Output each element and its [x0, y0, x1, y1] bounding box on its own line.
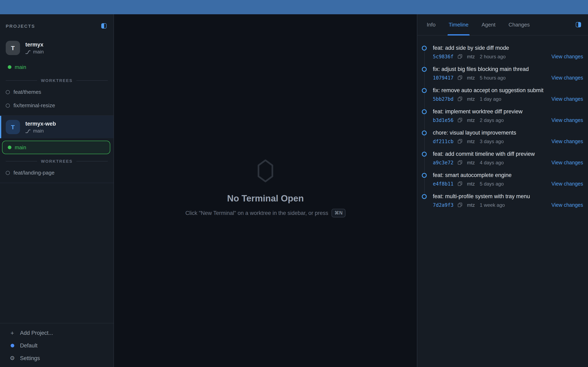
project-list: T termyx main main WORKTREES feat/themes: [0, 33, 113, 183]
commit-entry: fix: adjust big files blocking main thre…: [422, 65, 583, 81]
commit-author: mtz: [467, 138, 475, 144]
view-changes-link[interactable]: View changes: [552, 181, 583, 187]
commit-hash[interactable]: 5bb27bd: [433, 96, 453, 102]
tab-timeline[interactable]: Timeline: [449, 14, 468, 35]
commit-time: 1 week ago: [480, 202, 505, 208]
copy-hash-icon[interactable]: [458, 203, 462, 207]
project-avatar: T: [6, 120, 20, 134]
window-titlebar[interactable]: [0, 0, 588, 14]
details-tabs: Info Timeline Agent Changes: [417, 14, 588, 35]
empty-state: No Terminal Open Click "New Terminal" on…: [185, 159, 346, 217]
worktrees-divider: WORKTREES: [6, 78, 108, 83]
sidebar-footer-item[interactable]: ⚙ Settings: [0, 352, 113, 365]
copy-hash-icon[interactable]: [458, 182, 462, 186]
details-panel-toggle-icon[interactable]: [576, 22, 581, 27]
git-branch-icon: [25, 49, 31, 54]
commit-author: mtz: [467, 96, 475, 102]
profile-dot-icon: [9, 344, 15, 347]
commit-node-icon: [422, 45, 427, 50]
commit-timeline: feat: add side by side diff mode 5c9836f…: [417, 35, 588, 367]
commit-title: feat: multi-profile system with tray men…: [433, 192, 583, 200]
commit-author: mtz: [467, 54, 475, 59]
commit-node-icon: [422, 151, 427, 156]
commit-time: 3 days ago: [480, 138, 504, 144]
tab-changes[interactable]: Changes: [509, 14, 530, 35]
commit-author: mtz: [467, 202, 475, 208]
worktree-row[interactable]: feat/landing-page: [0, 166, 113, 179]
sidebar-footer: + Add Project... Default ⚙ Settings: [0, 323, 113, 367]
empty-state-subtitle: Click "New Terminal" on a worktree in th…: [185, 209, 346, 217]
worktree-row[interactable]: feat/themes: [0, 85, 113, 99]
worktree-row[interactable]: fix/terminal-resize: [0, 99, 113, 112]
commit-entry: feat: add side by side diff mode 5c9836f…: [422, 44, 583, 60]
project-group: T termyx-web main main WORKTREES feat/la: [0, 116, 113, 183]
commit-time: 1 day ago: [480, 96, 501, 102]
main-branch-row[interactable]: main: [2, 61, 110, 73]
layout: PROJECTS T termyx main main WOR: [0, 14, 588, 367]
view-changes-link[interactable]: View changes: [552, 160, 583, 165]
copy-hash-icon[interactable]: [458, 54, 462, 59]
commit-time: 2 hours ago: [480, 54, 506, 59]
project-branch-label: main: [33, 128, 44, 134]
view-changes-link[interactable]: View changes: [552, 117, 583, 123]
copy-hash-icon[interactable]: [458, 160, 462, 165]
commit-hash[interactable]: 7d2a9f3: [433, 202, 453, 208]
gear-icon: ⚙: [9, 356, 15, 361]
sidebar: PROJECTS T termyx main main WOR: [0, 14, 114, 367]
copy-hash-icon[interactable]: [458, 118, 462, 122]
commit-entry: feat: smart autocomplete engine e4f8b11 …: [422, 171, 583, 187]
project-avatar: T: [6, 41, 20, 55]
commit-hash[interactable]: a9c3e72: [433, 160, 453, 165]
commit-time: 5 days ago: [480, 181, 504, 187]
commit-hash[interactable]: e4f8b11: [433, 181, 453, 187]
project-row[interactable]: T termyx-web main: [0, 116, 113, 138]
sidebar-toggle-icon[interactable]: [101, 23, 107, 29]
terminal-area: No Terminal Open Click "New Terminal" on…: [114, 14, 417, 367]
copy-hash-icon[interactable]: [458, 139, 462, 143]
commit-node-icon: [422, 194, 427, 199]
new-terminal-shortcut-kbd: ⌘N: [332, 209, 346, 217]
commit-entry: fix: remove auto accept on suggestion su…: [422, 86, 583, 102]
commit-hash[interactable]: b3d1e56: [433, 117, 453, 123]
sidebar-footer-item[interactable]: + Add Project...: [0, 327, 113, 339]
worktree-list: feat/landing-page: [0, 166, 113, 179]
commit-hash[interactable]: 5c9836f: [433, 54, 453, 59]
commit-hash[interactable]: df211cb: [433, 138, 453, 144]
project-name: termyx-web: [25, 120, 56, 127]
commit-title: fix: remove auto accept on suggestion su…: [433, 86, 583, 94]
commit-entry: chore: visual layout improvements df211c…: [422, 129, 583, 145]
project-row[interactable]: T termyx main: [0, 33, 113, 58]
commit-hash[interactable]: 1079417: [433, 75, 453, 81]
commit-author: mtz: [467, 75, 475, 81]
view-changes-link[interactable]: View changes: [552, 75, 583, 81]
main-branch-row[interactable]: main: [2, 141, 110, 154]
project-branch: main: [25, 128, 56, 134]
copy-hash-icon[interactable]: [458, 75, 462, 80]
copy-hash-icon[interactable]: [458, 97, 462, 101]
worktree-label: feat/themes: [13, 89, 41, 95]
commit-title: feat: add commit timeline with diff prev…: [433, 150, 583, 158]
worktrees-divider: WORKTREES: [6, 159, 108, 164]
worktree-circle-icon: [6, 90, 10, 94]
commit-node-icon: [422, 130, 427, 135]
git-branch-icon: [25, 128, 31, 133]
view-changes-link[interactable]: View changes: [552, 202, 583, 208]
view-changes-link[interactable]: View changes: [552, 138, 583, 144]
worktree-list: feat/themes fix/terminal-resize: [0, 85, 113, 112]
main-branch-label: main: [15, 64, 26, 70]
commit-node-icon: [422, 88, 427, 93]
branch-status-dot-icon: [8, 65, 11, 69]
commit-entry: feat: add commit timeline with diff prev…: [422, 150, 583, 166]
view-changes-link[interactable]: View changes: [552, 54, 583, 59]
view-changes-link[interactable]: View changes: [552, 96, 583, 102]
sidebar-footer-item[interactable]: Default: [0, 339, 113, 352]
empty-state-title: No Terminal Open: [227, 193, 304, 204]
commit-author: mtz: [467, 160, 475, 165]
project-group: T termyx main main WORKTREES feat/themes: [0, 33, 113, 116]
worktree-label: feat/landing-page: [13, 170, 54, 176]
tab-agent[interactable]: Agent: [482, 14, 495, 35]
commit-title: fix: adjust big files blocking main thre…: [433, 65, 583, 73]
plus-icon: +: [9, 330, 15, 336]
footer-item-label: Settings: [20, 355, 40, 361]
tab-info[interactable]: Info: [427, 14, 435, 35]
